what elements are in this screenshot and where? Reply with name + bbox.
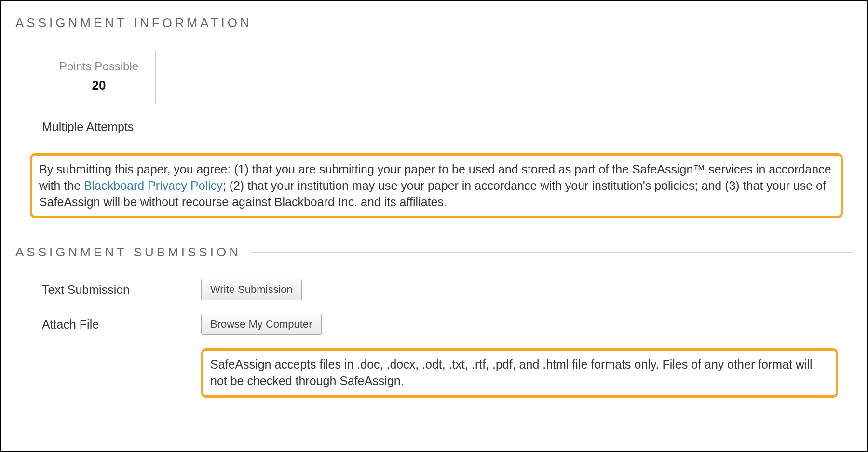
assignment-page: ASSIGNMENT INFORMATION Points Possible 2… [0,0,868,452]
points-possible-box: Points Possible 20 [42,50,156,103]
browse-my-computer-button[interactable]: Browse My Computer [201,314,322,335]
attach-file-label: Attach File [42,318,201,332]
points-possible-value: 20 [59,78,138,93]
heading-rule [251,252,853,253]
text-submission-label: Text Submission [42,283,201,297]
assignment-information-heading: ASSIGNMENT INFORMATION [15,15,853,30]
assignment-submission-heading: ASSIGNMENT SUBMISSION [15,245,853,260]
safeassign-agreement-box: By submitting this paper, you agree: (1)… [30,153,843,218]
file-format-note: SafeAssign accepts files in .doc, .docx,… [201,348,838,398]
heading-rule [262,23,853,23]
section-title-submission: ASSIGNMENT SUBMISSION [15,245,241,260]
points-possible-label: Points Possible [59,60,138,73]
section-title-info: ASSIGNMENT INFORMATION [15,15,252,30]
privacy-policy-link[interactable]: Blackboard Privacy Policy [84,179,223,192]
file-format-note-container: SafeAssign accepts files in .doc, .docx,… [201,348,838,398]
write-submission-button[interactable]: Write Submission [201,279,302,300]
attach-file-row: Attach File Browse My Computer [42,314,853,335]
text-submission-row: Text Submission Write Submission [42,279,853,300]
multiple-attempts-text: Multiple Attempts [42,120,853,134]
